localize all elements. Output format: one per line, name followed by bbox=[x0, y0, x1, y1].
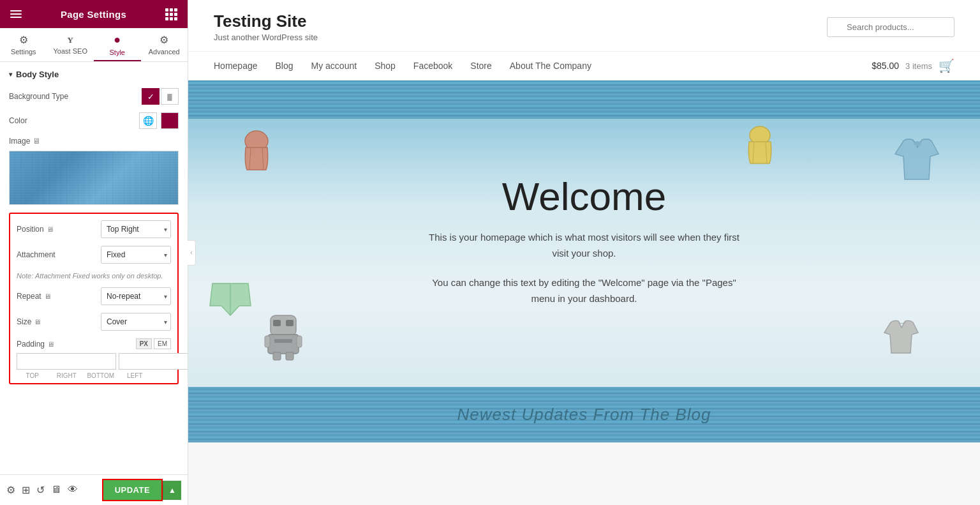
nav-shop[interactable]: Shop bbox=[375, 52, 396, 80]
hero-body1: This is your homepage which is what most… bbox=[425, 229, 744, 262]
image-label-row: Image 🖥 bbox=[9, 137, 179, 146]
nav-links: Homepage Blog My account Shop Facebook S… bbox=[214, 52, 591, 80]
cart-area: $85.00 3 items 🛒 bbox=[872, 58, 954, 73]
nav-store[interactable]: Store bbox=[470, 52, 491, 80]
svg-point-6 bbox=[914, 141, 921, 146]
tab-settings-label: Settings bbox=[11, 48, 36, 56]
position-label: Position 🖥 bbox=[17, 225, 54, 234]
padding-right-input[interactable] bbox=[119, 353, 188, 370]
size-select-wrapper: Cover Contain Auto ▾ bbox=[101, 313, 171, 331]
position-select[interactable]: Top Right Top Left Top Center Center Cen… bbox=[101, 220, 171, 238]
color-controls: 🌐 bbox=[139, 112, 179, 129]
bg-type-row: Background Type ✓ ▓ bbox=[9, 88, 179, 105]
em-btn[interactable]: EM bbox=[154, 338, 171, 349]
pad-right-label: RIGHT bbox=[51, 372, 83, 379]
site-preview: Testing Site Just another WordPress site… bbox=[188, 0, 980, 505]
panel-tabs: ⚙ Settings Y Yoast SEO ● Style ⚙ Advance… bbox=[0, 28, 188, 62]
panel-title: Page Settings bbox=[61, 9, 126, 20]
image-settings-section: Position 🖥 Top Right Top Left Top Center… bbox=[9, 213, 179, 384]
tab-settings[interactable]: ⚙ Settings bbox=[0, 28, 47, 61]
grid-icon[interactable] bbox=[165, 8, 177, 20]
body-style-section-header: ▾ Body Style bbox=[9, 70, 179, 79]
image-preview[interactable] bbox=[9, 151, 179, 205]
float-item-shirt-gray bbox=[881, 317, 923, 358]
repeat-label: Repeat 🖥 bbox=[17, 292, 51, 301]
pad-left-label: LEFT bbox=[119, 372, 151, 379]
settings-icon[interactable]: ⚙ bbox=[6, 484, 15, 496]
hero-body2: You can change this text by editing the … bbox=[425, 275, 744, 307]
bg-type-label: Background Type bbox=[9, 92, 68, 101]
color-globe-btn[interactable]: 🌐 bbox=[139, 112, 157, 129]
hero-top-band bbox=[188, 80, 980, 119]
site-title-group: Testing Site Just another WordPress site bbox=[214, 11, 318, 42]
search-wrapper bbox=[827, 17, 954, 37]
blog-section: Newest Updates From The Blog bbox=[188, 387, 980, 442]
tab-advanced-label: Advanced bbox=[149, 48, 180, 56]
history-icon[interactable]: ↺ bbox=[36, 484, 45, 496]
eye-icon[interactable]: 👁 bbox=[68, 484, 78, 496]
svg-rect-11 bbox=[268, 335, 299, 354]
cart-icon[interactable]: 🛒 bbox=[939, 58, 954, 73]
bg-type-image-btn[interactable]: ✓ bbox=[142, 88, 160, 105]
float-item-robot bbox=[262, 312, 305, 365]
bg-type-gradient-btn[interactable]: ▓ bbox=[161, 88, 179, 105]
hero-section: Welcome This is your homepage which is w… bbox=[188, 80, 980, 387]
position-select-wrapper: Top Right Top Left Top Center Center Cen… bbox=[101, 220, 171, 238]
attachment-select[interactable]: Fixed Scroll Local bbox=[101, 246, 171, 264]
padding-labels: TOP RIGHT BOTTOM LEFT bbox=[17, 372, 171, 379]
advanced-icon: ⚙ bbox=[160, 34, 168, 46]
search-input[interactable] bbox=[827, 17, 954, 37]
svg-rect-9 bbox=[273, 320, 281, 326]
layers-icon[interactable]: ⊞ bbox=[22, 484, 30, 496]
svg-rect-14 bbox=[297, 336, 302, 347]
tab-style-label: Style bbox=[110, 49, 125, 56]
update-button[interactable]: UPDATE bbox=[102, 479, 163, 501]
size-label: Size 🖥 bbox=[17, 317, 41, 326]
color-label: Color bbox=[9, 116, 27, 125]
svg-rect-16 bbox=[286, 352, 293, 360]
chevron-down-icon: ▾ bbox=[9, 71, 12, 78]
px-btn[interactable]: PX bbox=[136, 338, 152, 349]
bg-type-buttons: ✓ ▓ bbox=[142, 88, 179, 105]
size-row: Size 🖥 Cover Contain Auto ▾ bbox=[17, 313, 171, 331]
site-tagline: Just another WordPress site bbox=[214, 33, 318, 42]
size-select[interactable]: Cover Contain Auto bbox=[101, 313, 171, 331]
color-swatch[interactable] bbox=[161, 112, 179, 129]
attachment-label: Attachment bbox=[17, 250, 56, 259]
hero-text: Welcome This is your homepage which is w… bbox=[412, 135, 757, 333]
svg-rect-13 bbox=[265, 336, 270, 347]
padding-top-input[interactable] bbox=[17, 353, 116, 370]
bottom-icons: ⚙ ⊞ ↺ 🖥 👁 bbox=[6, 484, 78, 496]
nav-my-account[interactable]: My account bbox=[311, 52, 357, 80]
image-label: Image bbox=[9, 137, 30, 146]
panel-body: ▾ Body Style Background Type ✓ ▓ Color 🌐… bbox=[0, 62, 188, 474]
monitor-icon: 🖥 bbox=[44, 292, 51, 300]
position-row: Position 🖥 Top Right Top Left Top Center… bbox=[17, 220, 171, 238]
tab-yoast-label: Yoast SEO bbox=[54, 47, 87, 55]
tab-style[interactable]: ● Style bbox=[94, 28, 141, 61]
float-item-bag-red bbox=[233, 128, 281, 176]
svg-rect-12 bbox=[274, 339, 292, 343]
nav-blog[interactable]: Blog bbox=[276, 52, 293, 80]
collapse-panel-btn[interactable]: ‹ bbox=[188, 240, 196, 266]
monitor-icon: 🖥 bbox=[34, 318, 41, 326]
update-btn-group: UPDATE ▲ bbox=[102, 479, 181, 501]
tab-yoast-seo[interactable]: Y Yoast SEO bbox=[47, 28, 94, 61]
hamburger-icon[interactable] bbox=[10, 10, 22, 18]
px-em-toggle: PX EM bbox=[136, 338, 171, 349]
padding-label: Padding 🖥 bbox=[17, 340, 54, 349]
desktop-icon[interactable]: 🖥 bbox=[51, 484, 61, 496]
body-style-label: Body Style bbox=[16, 70, 59, 79]
nav-facebook[interactable]: Facebook bbox=[413, 52, 452, 80]
pad-top-label: TOP bbox=[17, 372, 48, 379]
tab-advanced[interactable]: ⚙ Advanced bbox=[141, 28, 188, 61]
monitor-icon: 🖥 bbox=[33, 137, 40, 146]
nav-about[interactable]: About The Company bbox=[510, 52, 591, 80]
hero-title: Welcome bbox=[425, 174, 744, 219]
site-nav: Homepage Blog My account Shop Facebook S… bbox=[188, 52, 980, 80]
repeat-select[interactable]: No-repeat Repeat Repeat-x Repeat-y bbox=[101, 287, 171, 305]
settings-icon: ⚙ bbox=[19, 34, 28, 46]
update-caret-btn[interactable]: ▲ bbox=[163, 481, 181, 500]
nav-homepage[interactable]: Homepage bbox=[214, 52, 258, 80]
monitor-icon: 🖥 bbox=[47, 225, 54, 233]
